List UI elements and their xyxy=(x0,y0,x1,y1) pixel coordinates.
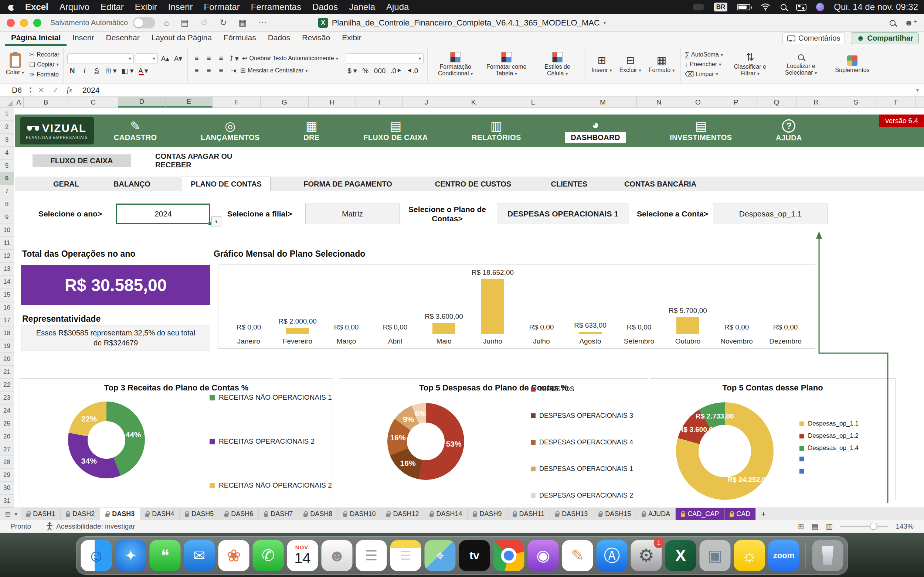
increase-font-button[interactable]: A▴ xyxy=(160,53,171,63)
sheet-tab-dash2[interactable]: DASH2 xyxy=(61,508,100,520)
menu-extra-icon[interactable] xyxy=(693,4,704,10)
menu-bar-clock[interactable]: Qui. 14 de nov. 09:32 xyxy=(834,2,918,12)
currency-format-button[interactable]: $ ▾ xyxy=(346,66,358,76)
row-header-31[interactable]: 31 xyxy=(0,495,14,508)
conditional-formatting-button[interactable]: Formatação Condicional ▾ xyxy=(431,52,479,78)
zoom-slider[interactable] xyxy=(840,525,888,527)
row-header-10[interactable]: 10 xyxy=(0,224,14,237)
filter-value-4[interactable]: Despesas_op_1.1 xyxy=(713,203,828,224)
copy-button[interactable]: ❏Copiar ▾ xyxy=(29,61,59,69)
minimize-window-button[interactable] xyxy=(20,19,28,27)
close-window-button[interactable] xyxy=(6,19,15,27)
sheet-tab-dash12[interactable]: DASH12 xyxy=(381,508,424,520)
sheet-tab-dash8[interactable]: DASH8 xyxy=(298,508,338,520)
nav-item-fluxo-de-caixa[interactable]: ▤FLUXO DE CAIXA xyxy=(363,120,428,142)
ribbon-tab-inserir[interactable]: Inserir xyxy=(66,32,100,46)
sheet-tab-dash13[interactable]: DASH13 xyxy=(550,508,593,520)
sub-tab-forma-de-pagamento[interactable]: FORMA DE PAGAMENTO xyxy=(292,177,403,191)
nav-item-lancamentos[interactable]: ◎LANÇAMENTOS xyxy=(201,120,260,142)
maps-dock-icon[interactable]: ⌖ xyxy=(425,540,456,571)
insert-cells-button[interactable]: ⊞Inserir ▾ xyxy=(589,55,614,74)
more-commands-icon[interactable]: ⋯ xyxy=(255,18,270,28)
paste-button[interactable]: Colar ▾ xyxy=(4,52,26,76)
excel-dock-icon[interactable]: X xyxy=(665,540,696,571)
zoom-window-button[interactable] xyxy=(33,19,41,27)
delete-cells-button[interactable]: ⊟Excluir ▾ xyxy=(617,55,643,74)
align-center-icon[interactable]: ≡ xyxy=(204,53,214,63)
increase-decimal-button[interactable]: .0⯈ xyxy=(389,66,403,76)
align-middle-icon[interactable]: ≡ xyxy=(204,65,214,76)
comments-button[interactable]: Comentários xyxy=(782,32,845,44)
sheet-tab-dash1[interactable]: DASH1 xyxy=(21,508,61,520)
ribbon-tab-dados[interactable]: Dados xyxy=(262,32,296,46)
row-header-25[interactable]: 25 xyxy=(0,417,14,430)
filter-value-2[interactable]: Matriz xyxy=(305,203,399,224)
sheet-tab-dash4[interactable]: DASH4 xyxy=(140,508,179,520)
print-icon[interactable]: ▦ xyxy=(235,18,250,28)
menu-item-arquivo[interactable]: Arquivo xyxy=(54,0,95,14)
accessibility-icon[interactable] xyxy=(46,522,53,531)
fill-button[interactable]: ↓Preencher ▾ xyxy=(685,61,723,68)
row-header-9[interactable]: 9 xyxy=(0,211,14,224)
sub-tab-geral[interactable]: GERAL xyxy=(39,177,94,191)
notes-dock-icon[interactable]: ☰ xyxy=(390,540,422,571)
sub-tab-centro-de-custos[interactable]: CENTRO DE CUSTOS xyxy=(423,177,523,191)
wifi-icon[interactable] xyxy=(760,3,771,11)
column-header-a[interactable]: A xyxy=(14,97,24,108)
ribbon-tab-desenhar[interactable]: Desenhar xyxy=(100,32,145,46)
settings-dock-icon[interactable]: ⚙1 xyxy=(631,540,662,571)
row-header-30[interactable]: 30 xyxy=(0,482,14,495)
formula-input[interactable]: 2024 xyxy=(76,86,100,95)
zoom-level[interactable]: 143% xyxy=(895,522,914,530)
preview-dock-icon[interactable]: ▣ xyxy=(699,540,731,571)
messages-dock-icon[interactable]: ❝ xyxy=(150,540,181,571)
sheet-list-icon[interactable]: ▤ xyxy=(5,511,11,517)
sheet-tab-dash14[interactable]: DASH14 xyxy=(424,508,468,520)
menu-item-inserir[interactable]: Inserir xyxy=(163,0,199,14)
sub-tab-balanco[interactable]: BALANÇO xyxy=(102,177,162,191)
row-header-7[interactable]: 7 xyxy=(0,185,14,198)
undo-icon[interactable]: ↺ xyxy=(197,18,211,28)
row-header-26[interactable]: 26 xyxy=(0,430,14,443)
ribbon-tab-exibir[interactable]: Exibir xyxy=(336,32,367,46)
column-header-c[interactable]: C xyxy=(68,97,118,108)
row-header-19[interactable]: 19 xyxy=(0,340,14,353)
column-header-m[interactable]: M xyxy=(569,97,637,108)
add-sheet-button[interactable]: + xyxy=(756,508,771,520)
ribbon-tab-pagina-inicial[interactable]: Página Inicial xyxy=(5,32,66,46)
column-header-r[interactable]: R xyxy=(796,97,836,108)
orientation-button[interactable]: ⤴ ▾ xyxy=(228,53,240,63)
siri-icon[interactable] xyxy=(816,3,824,11)
row-header-5[interactable]: 5 xyxy=(0,160,14,172)
column-header-p[interactable]: P xyxy=(715,97,757,108)
decrease-font-button[interactable]: A▾ xyxy=(173,53,184,63)
chrome-dock-icon[interactable] xyxy=(493,540,525,571)
find-select-button[interactable]: Localizar e Selecionar ▾ xyxy=(777,52,825,77)
menu-item-dados[interactable]: Dados xyxy=(307,0,343,14)
sheet-tab-ajuda[interactable]: AJUDA xyxy=(636,508,676,520)
calendar-dock-icon[interactable]: NOV.14 xyxy=(287,540,318,571)
row-header-6[interactable]: 6 xyxy=(0,172,14,185)
number-format-select[interactable]: ▾ xyxy=(346,53,423,64)
clear-button[interactable]: ⌫Limpar ▾ xyxy=(685,70,723,78)
cell-styles-button[interactable]: Estilos de Célula ▾ xyxy=(533,52,582,78)
sheet-tab-dash15[interactable]: DASH15 xyxy=(593,508,636,520)
column-header-i[interactable]: I xyxy=(356,97,403,108)
font-size-select[interactable]: ▾ xyxy=(136,53,158,64)
zoom-slider-knob[interactable] xyxy=(870,523,877,530)
facetime-dock-icon[interactable]: ✆ xyxy=(253,540,284,571)
sheet-tab-dash7[interactable]: DASH7 xyxy=(259,508,298,520)
ribbon-tab-revisao[interactable]: Revisão xyxy=(296,32,336,46)
font-color-button[interactable]: A ▾ xyxy=(137,66,149,76)
row-header-24[interactable]: 24 xyxy=(0,405,14,417)
menu-item-janela[interactable]: Janela xyxy=(343,0,381,14)
row-header-17[interactable]: 17 xyxy=(0,314,14,327)
share-sheet-icon[interactable]: ☻⁺ xyxy=(905,18,918,28)
podcasts-dock-icon[interactable]: ◉ xyxy=(528,540,559,571)
merge-center-button[interactable]: ⊞Mesclar e Centralizar ▾ xyxy=(240,66,308,75)
fx-icon[interactable]: fx xyxy=(63,85,76,95)
confirm-entry-icon[interactable]: ✓ xyxy=(48,86,63,95)
freeform-dock-icon[interactable]: ✎ xyxy=(562,540,593,571)
addins-button[interactable]: Suplementos xyxy=(833,55,872,74)
app-store-dock-icon[interactable]: Ⓐ xyxy=(596,540,628,571)
